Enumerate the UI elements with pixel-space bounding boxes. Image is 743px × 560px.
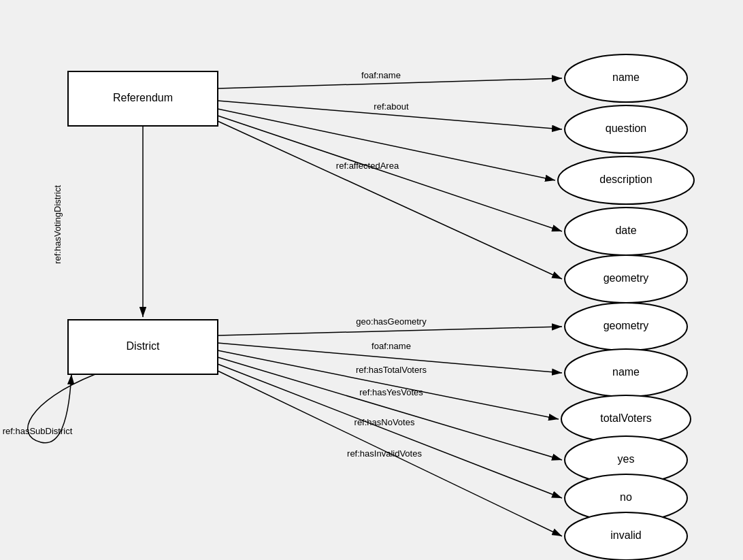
label-dist-name: name [612,366,640,378]
edge-label-hasvotingdistrict: ref:hasVotingDistrict [52,185,63,264]
label-ref-name: name [612,71,640,83]
label-ref-description: description [599,174,652,185]
label-dist-totalvoters: totalVoters [600,412,652,424]
edge-label-hasinvalidvotes: ref:hasInvalidVotes [347,448,422,459]
label-dist-geometry: geometry [604,320,649,331]
label-dist-yes: yes [618,453,635,465]
edge-label-foafname: foaf:name [361,70,401,80]
edge-label-refabout: ref:about [374,101,409,112]
label-dist-invalid: invalid [610,529,641,541]
label-dist-no: no [620,491,632,503]
edge-label-hasgeometry: geo:hasGeometry [356,316,427,327]
edge-label-hastotalvoters: ref:hasTotalVoters [356,365,427,375]
edge-label-hassubdistrict: ref:hasSubDistrict [3,426,73,436]
edge-label-affectedarea: ref:affectedArea [336,161,399,171]
edge-label-hasyesvotes: ref:hasYesVotes [359,387,423,397]
label-ref-geometry: geometry [604,272,649,284]
edge-label-hasnovotes: ref:hasNoVotes [354,417,415,427]
edge-label-dist-foafname: foaf:name [372,341,411,351]
referendum-label: Referendum [113,92,173,103]
district-label: District [127,340,160,352]
label-ref-question: question [606,122,647,134]
label-ref-date: date [615,225,636,236]
